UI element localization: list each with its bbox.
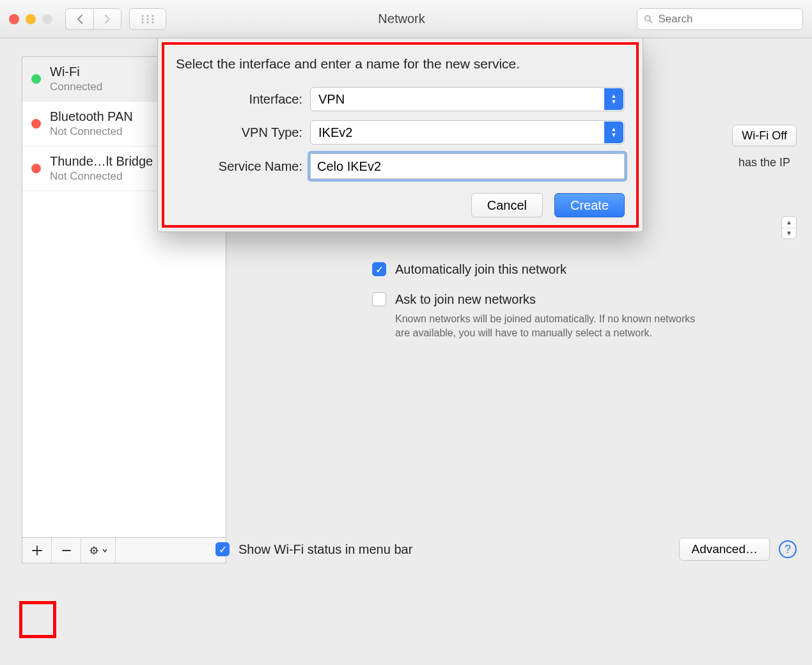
new-service-sheet: Select the interface and enter a name fo… [157,38,643,232]
sidebar-item-name: Thunde…lt Bridge [50,154,153,169]
select-arrows-icon: ▲▼ [604,88,623,110]
ask-join-label: Ask to join new networks [395,292,702,307]
turn-wifi-off-button[interactable]: Wi-Fi Off [732,125,797,146]
sidebar-item-name: Wi-Fi [50,65,102,79]
sidebar-item-status: Not Connected [50,125,133,138]
svg-point-3 [141,18,143,20]
ip-address-fragment: has the IP [738,156,790,169]
add-service-button[interactable] [22,538,52,563]
chevron-up-icon: ▲ [782,217,796,228]
footer-row: ✓ Show Wi-Fi status in menu bar Advanced… [215,538,797,561]
show-status-checkbox[interactable]: ✓ [215,542,230,556]
sidebar-item-status: Connected [50,81,102,93]
svg-point-4 [146,18,148,20]
close-window-button[interactable] [9,14,19,24]
sidebar-item-name: Bluetooth PAN [50,109,133,124]
search-field[interactable] [637,8,803,30]
annotation-highlight-plus [19,601,56,638]
remove-service-button[interactable] [52,538,81,563]
svg-point-5 [152,18,153,20]
svg-line-17 [91,547,91,548]
svg-line-20 [96,547,97,548]
service-name-input[interactable] [310,153,625,179]
gear-icon [90,545,101,556]
service-actions-menu[interactable] [81,538,116,563]
show-all-prefs-button[interactable] [129,8,166,30]
zoom-window-button[interactable] [42,14,52,24]
show-status-label: Show Wi-Fi status in menu bar [238,542,412,557]
svg-point-6 [141,21,143,23]
vpn-type-select[interactable]: IKEv2 [310,120,625,145]
cancel-button[interactable]: Cancel [471,193,543,217]
svg-point-0 [141,15,143,17]
status-dot-icon [31,74,41,84]
svg-line-18 [96,552,97,553]
sidebar-item-status: Not Connected [50,170,153,183]
status-dot-icon [31,164,41,173]
sidebar-action-bar [22,538,226,563]
interface-select[interactable]: VPN [310,87,625,111]
back-button[interactable] [65,8,93,30]
chevron-down-icon [102,549,107,552]
advanced-button[interactable]: Advanced… [679,538,770,561]
svg-line-10 [650,20,652,22]
select-arrows-icon: ▲▼ [604,121,623,143]
ask-join-help-text: Known networks will be joined automatica… [395,312,702,340]
ask-join-checkbox[interactable] [372,292,386,306]
search-input[interactable] [658,13,796,26]
window-title: Network [174,12,629,26]
svg-point-8 [152,21,153,23]
toolbar: Network [0,0,812,38]
chevron-down-icon: ▼ [782,228,796,239]
wifi-options: ✓ Automatically join this network Ask to… [372,262,786,355]
interface-label: Interface: [176,92,310,107]
window-traffic-lights [9,14,52,24]
service-name-label: Service Name: [176,159,310,174]
svg-point-12 [93,549,95,551]
minimize-window-button[interactable] [26,14,36,24]
auto-join-label: Automatically join this network [395,262,566,277]
auto-join-checkbox[interactable]: ✓ [372,262,386,276]
svg-point-7 [146,21,148,23]
svg-point-1 [146,15,148,17]
forward-button[interactable] [93,8,121,30]
help-button[interactable]: ? [779,540,797,558]
svg-line-19 [91,552,91,553]
sheet-title: Select the interface and enter a name fo… [176,56,625,72]
network-name-stepper[interactable]: ▲ ▼ [781,216,797,239]
svg-point-2 [152,15,153,17]
search-icon [644,14,653,24]
status-dot-icon [31,119,41,129]
nav-buttons [65,8,121,30]
vpn-type-label: VPN Type: [176,125,310,140]
create-button[interactable]: Create [554,193,625,217]
